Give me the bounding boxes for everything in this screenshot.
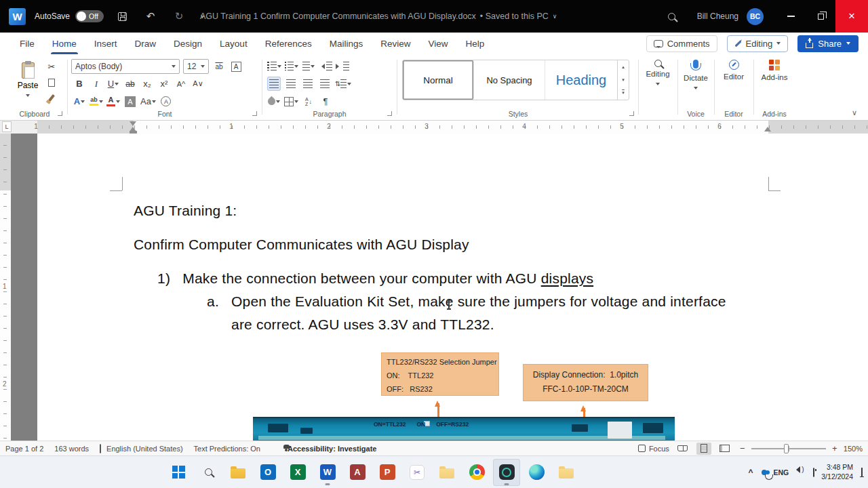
paste-button[interactable]: Paste	[12, 58, 43, 103]
taskbar-powerpoint[interactable]: P	[374, 459, 401, 486]
zoom-out-button[interactable]: −	[738, 443, 747, 453]
text-effects-button[interactable]: A	[73, 94, 86, 108]
focus-button[interactable]: Focus	[638, 445, 669, 453]
underline-button[interactable]: U	[106, 77, 120, 91]
callout-jumper-selection[interactable]: TTL232/RS232 Selection Jumper ON: TTL232…	[381, 352, 499, 396]
character-shading-button[interactable]: A	[123, 94, 137, 108]
collapse-ribbon-button[interactable]: ∨	[852, 108, 857, 117]
editing-mode-dropdown[interactable]: Editing	[727, 35, 789, 52]
enclose-characters-button[interactable]: A	[159, 94, 173, 108]
hidden-icons-button[interactable]: ^	[749, 468, 753, 477]
proofing-icon[interactable]	[100, 445, 101, 453]
tab-file[interactable]: File	[11, 33, 43, 54]
taskbar-excel[interactable]: X	[284, 459, 311, 486]
autosave-toggle[interactable]: Off	[75, 10, 104, 22]
document-page[interactable]: AGU Training 1: Confirm Computer Communi…	[37, 134, 868, 441]
redo-button[interactable]: ↻	[172, 9, 186, 24]
align-center-button[interactable]	[284, 77, 298, 91]
show-formatting-button[interactable]: ¶	[319, 94, 332, 108]
addins-button[interactable]: Add-ins	[755, 60, 793, 81]
zoom-slider[interactable]	[751, 448, 826, 449]
style-card-normal[interactable]: Normal	[403, 60, 474, 100]
multilevel-list-button[interactable]	[302, 59, 315, 73]
highlight-color-button[interactable]: ab	[90, 94, 103, 108]
font-color-button[interactable]: A	[106, 94, 120, 108]
change-case-button[interactable]: Aa	[140, 94, 156, 108]
shrink-font-button[interactable]: A∨	[191, 77, 205, 91]
subscript-button[interactable]: x₂	[140, 77, 154, 91]
minimize-button[interactable]	[776, 0, 806, 33]
battery-button[interactable]	[813, 468, 814, 476]
start-button[interactable]	[165, 459, 192, 486]
taskbar-chrome[interactable]	[463, 459, 490, 486]
restore-button[interactable]	[806, 0, 835, 33]
editor-button[interactable]: Editor	[716, 60, 751, 81]
grow-font-button[interactable]: A^	[174, 77, 188, 91]
align-right-button[interactable]	[301, 77, 315, 91]
bold-button[interactable]: B	[73, 77, 86, 91]
word-count[interactable]: 163 words	[54, 445, 89, 453]
share-button[interactable]: Share	[797, 35, 859, 52]
web-layout-button[interactable]	[717, 443, 732, 455]
tab-references[interactable]: References	[256, 33, 321, 54]
tab-view[interactable]: View	[419, 33, 456, 54]
sort-button[interactable]: AZ↓	[302, 94, 315, 108]
numbering-button[interactable]	[285, 59, 298, 73]
taskbar-folder[interactable]	[433, 459, 460, 486]
italic-button[interactable]: I	[90, 77, 103, 91]
taskbar-word[interactable]: W	[314, 459, 341, 486]
editing-button[interactable]: Editing	[640, 60, 675, 87]
font-name-combo[interactable]: Aptos (Body)	[71, 59, 180, 74]
user-name[interactable]: Bill Cheung	[697, 12, 738, 21]
paragraph-dialog-launcher[interactable]	[387, 111, 392, 116]
print-layout-button[interactable]	[696, 443, 711, 455]
cut-button[interactable]: ✂	[45, 60, 58, 74]
volume-button[interactable]	[795, 468, 800, 476]
taskbar-clock[interactable]: 3:48 PM 3/12/2024	[821, 463, 853, 481]
evaluation-kit-board-image[interactable]: ON=TTL232 ON OFF=RS232	[253, 417, 675, 441]
text-predictions[interactable]: Text Predictions: On	[194, 445, 260, 453]
font-size-combo[interactable]: 12	[183, 59, 209, 74]
bullets-button[interactable]	[267, 59, 281, 73]
decrease-indent-button[interactable]	[319, 59, 332, 73]
save-button[interactable]	[115, 9, 130, 24]
borders-button[interactable]	[284, 94, 298, 108]
tab-layout[interactable]: Layout	[211, 33, 256, 54]
taskbar-file-explorer[interactable]	[224, 459, 252, 486]
accessibility-status[interactable]: Accessibility: Investigate	[288, 445, 376, 453]
superscript-button[interactable]: x²	[157, 77, 171, 91]
first-line-indent-marker[interactable]	[130, 121, 136, 126]
tab-insert[interactable]: Insert	[85, 33, 126, 54]
styles-scroll-down-button[interactable]: ▾	[618, 73, 629, 86]
page-indicator[interactable]: Page 1 of 2	[5, 445, 43, 453]
callout-display-connection[interactable]: Display Connection: 1.0pitch FFC-1.0-10P…	[523, 364, 648, 401]
avatar[interactable]: BC	[747, 8, 764, 25]
styles-scroll-up-button[interactable]: ▴	[618, 60, 629, 73]
increase-indent-button[interactable]	[336, 59, 349, 73]
tab-help[interactable]: Help	[457, 33, 494, 54]
taskbar-search-button[interactable]	[195, 459, 222, 486]
style-card-no-spacing[interactable]: No Spacing	[474, 60, 545, 100]
tab-review[interactable]: Review	[372, 33, 419, 54]
dictate-button[interactable]: Dictate	[679, 60, 712, 92]
language-indicator[interactable]: English (United States)	[106, 445, 183, 453]
close-button[interactable]: ×	[835, 0, 868, 33]
format-painter-button[interactable]	[45, 91, 58, 105]
taskbar-screen-recorder[interactable]	[493, 459, 520, 486]
shading-button[interactable]	[267, 94, 281, 108]
align-left-button[interactable]	[267, 77, 281, 91]
read-mode-button[interactable]	[675, 443, 690, 455]
tab-home[interactable]: Home	[43, 33, 85, 54]
clipboard-dialog-launcher[interactable]	[58, 111, 62, 116]
zoom-in-button[interactable]: +	[831, 443, 839, 453]
comments-button[interactable]: Comments	[646, 35, 717, 52]
tab-design[interactable]: Design	[165, 33, 211, 54]
taskbar-files[interactable]	[553, 459, 580, 486]
window-title[interactable]: AGU Training 1 Confirm Computer Communic…	[200, 0, 557, 33]
styles-dialog-launcher[interactable]	[629, 111, 634, 116]
font-dialog-launcher[interactable]	[252, 111, 257, 116]
tab-stop-selector[interactable]: L	[2, 121, 12, 132]
taskbar-outlook[interactable]: O	[254, 459, 281, 486]
right-indent-marker[interactable]	[764, 127, 771, 131]
language-switcher[interactable]: ENG	[774, 468, 789, 476]
